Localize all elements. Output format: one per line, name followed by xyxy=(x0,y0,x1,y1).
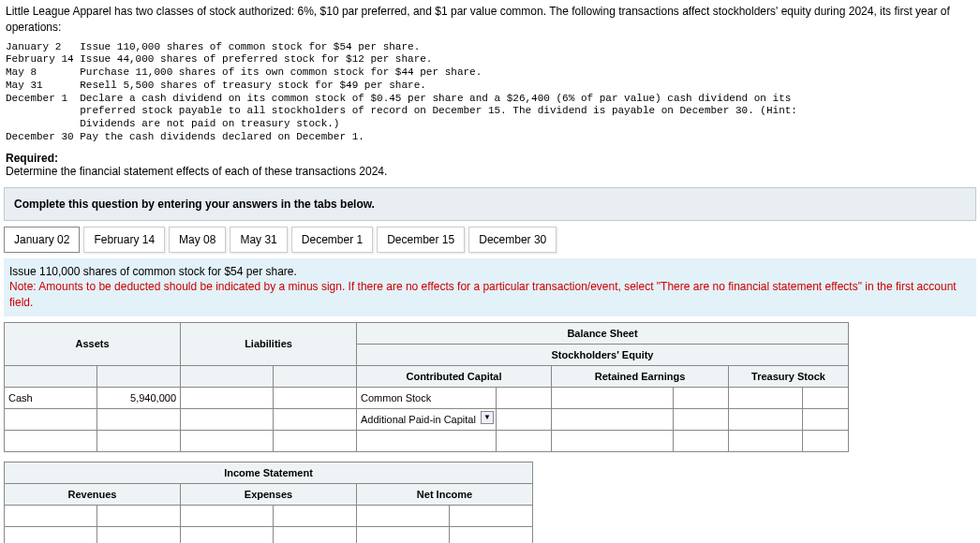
ts-value-cell[interactable] xyxy=(803,387,849,408)
liab-account-cell[interactable] xyxy=(181,408,274,430)
liab-value-cell[interactable] xyxy=(274,408,357,430)
cc-account-label-2: Additional Paid-in Capital xyxy=(361,414,476,425)
table-row: Cash 5,940,000 Common Stock xyxy=(5,387,849,408)
re-account-cell[interactable] xyxy=(552,387,674,408)
instruction-line1: Issue 110,000 shares of common stock for… xyxy=(9,264,971,280)
table-row xyxy=(5,430,849,451)
cc-account-cell-2[interactable]: Additional Paid-in Capital ▼ xyxy=(357,408,497,430)
tab-feb-14[interactable]: February 14 xyxy=(83,227,165,253)
instruction-note: Note: Amounts to be deducted should be i… xyxy=(9,279,971,311)
chevron-down-icon[interactable]: ▼ xyxy=(481,411,494,424)
table-row xyxy=(5,526,533,543)
tab-dec-15[interactable]: December 15 xyxy=(377,227,465,253)
problem-intro: Little League Apparel has two classes of… xyxy=(0,0,980,39)
stockholders-equity-header: Stockholders' Equity xyxy=(357,344,849,365)
date-tabs: January 02 February 14 May 08 May 31 Dec… xyxy=(4,227,976,253)
asset-account-cell[interactable] xyxy=(5,408,97,430)
complete-panel: Complete this question by entering your … xyxy=(4,187,976,221)
assets-header: Assets xyxy=(5,322,181,365)
table-row: Additional Paid-in Capital ▼ xyxy=(5,408,849,430)
income-statement-header: Income Statement xyxy=(5,462,533,483)
table-row xyxy=(5,505,533,526)
tab-may-08[interactable]: May 08 xyxy=(169,227,226,253)
tab-dec-1[interactable]: December 1 xyxy=(291,227,373,253)
asset-value-cell[interactable]: 5,940,000 xyxy=(97,387,181,408)
contributed-capital-header: Contributed Capital xyxy=(357,365,552,387)
asset-value-cell[interactable] xyxy=(97,408,181,430)
retained-earnings-header: Retained Earnings xyxy=(552,365,729,387)
required-heading: Required: xyxy=(6,152,974,165)
required-text: Determine the financial statement effect… xyxy=(6,165,974,178)
revenues-header: Revenues xyxy=(5,483,181,505)
instruction-box: Issue 110,000 shares of common stock for… xyxy=(4,258,976,316)
tab-dec-30[interactable]: December 30 xyxy=(468,227,557,253)
expenses-header: Expenses xyxy=(181,483,357,505)
cc-value-cell-1[interactable] xyxy=(497,387,552,408)
liab-account-cell[interactable] xyxy=(181,387,274,408)
balance-sheet-header: Balance Sheet xyxy=(357,322,849,344)
tab-jan-02[interactable]: January 02 xyxy=(4,227,80,253)
liabilities-header: Liabilities xyxy=(181,322,357,365)
ts-account-cell[interactable] xyxy=(729,387,803,408)
treasury-stock-header: Treasury Stock xyxy=(729,365,849,387)
balance-sheet-table: Assets Liabilities Balance Sheet Stockho… xyxy=(4,322,849,452)
transaction-list: January 2 Issue 110,000 shares of common… xyxy=(0,39,980,146)
tab-may-31[interactable]: May 31 xyxy=(230,227,287,253)
liab-value-cell[interactable] xyxy=(274,387,357,408)
re-value-cell[interactable] xyxy=(673,387,728,408)
net-income-header: Net Income xyxy=(357,483,533,505)
cc-account-cell-1[interactable]: Common Stock xyxy=(357,387,497,408)
income-statement-table: Income Statement Revenues Expenses Net I… xyxy=(4,462,533,543)
cc-value-cell-2[interactable] xyxy=(497,408,552,430)
asset-account-cell[interactable]: Cash xyxy=(5,387,97,408)
